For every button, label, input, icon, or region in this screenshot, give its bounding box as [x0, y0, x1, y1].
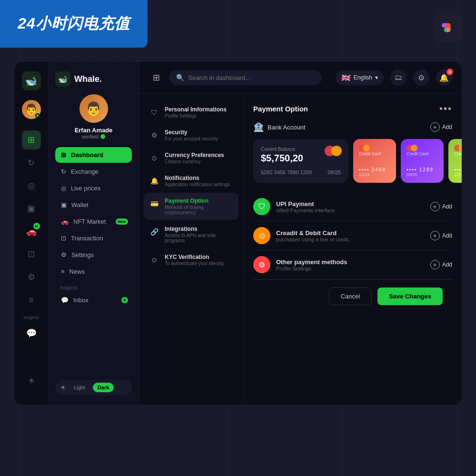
notif-count-badge: 8	[446, 69, 453, 75]
cancel-button[interactable]: Cancel	[329, 288, 372, 305]
sc3-expiry: 12/36	[454, 172, 462, 177]
figma-icon	[434, 13, 463, 42]
sidebar-icon-news[interactable]: ≡	[22, 290, 41, 309]
news-icon: ≡	[61, 268, 65, 275]
sidebar-avatar[interactable]: 👨	[22, 100, 41, 119]
grid-icon[interactable]: ⊞	[149, 70, 164, 85]
user-info: 👨 Erfan Amade verified	[55, 94, 132, 139]
nav-item-transaction[interactable]: ⊡ Transaction	[55, 230, 132, 246]
payment-header: Payment Option •••	[253, 103, 452, 114]
settings-item-security[interactable]: ⚙ Security For your account security	[144, 124, 238, 146]
dark-mode-btn[interactable]: Dark	[93, 383, 114, 392]
bank-add-btn[interactable]: + Add	[430, 122, 452, 132]
dots-menu-btn[interactable]: •••	[439, 103, 452, 114]
upi-icon: 🛡	[253, 198, 270, 215]
sidebar-icon-transaction[interactable]: ⊡	[22, 245, 41, 264]
small-card-2[interactable]: Credit Card •••• 1289 09/25	[401, 139, 444, 183]
brand: 🐋 Whale.	[55, 71, 132, 87]
nav-item-liveprices[interactable]: ◎ Live prices	[55, 180, 132, 196]
inbox-count-badge: 8	[121, 297, 128, 303]
topbar-right: 🇬🇧 English ▾ 🗂 ⚙ 🔔 8	[336, 69, 452, 86]
nft-new-label: New	[116, 218, 128, 225]
brand-name: Whale.	[74, 74, 102, 84]
nav-item-dashboard[interactable]: ⊞ Dashboard	[55, 147, 132, 163]
bank-icon: 🏦	[253, 122, 264, 132]
sun-icon: ☀	[60, 384, 66, 391]
other-add-btn[interactable]: + Add	[430, 260, 452, 269]
sidebar-icon-inbox[interactable]: 💬	[22, 324, 41, 343]
nav-item-exchange[interactable]: ↻ Exchange	[55, 164, 132, 179]
other-method-title: Other payment methods	[276, 258, 425, 266]
settings-topbar-icon[interactable]: ⚙	[413, 69, 429, 86]
wallet-topbar-icon[interactable]: 🗂	[390, 69, 407, 86]
language-selector[interactable]: 🇬🇧 English ▾	[336, 70, 384, 85]
nft-new-badge: N	[33, 223, 40, 229]
card-method-title: Creadit & Debit Card	[276, 229, 425, 237]
search-bar[interactable]: 🔍	[169, 70, 322, 85]
main-credit-card: Current Balance $5,750,20 5282 3456 7890…	[253, 139, 348, 183]
nav-item-wallet[interactable]: ▣ Wallet	[55, 197, 132, 213]
sidebar-logo: 🐋	[22, 71, 41, 90]
sc2-expiry: 09/25	[407, 172, 417, 177]
brand-logo: 🐋	[55, 71, 70, 87]
sidebar-icon-settings[interactable]: ⚙	[22, 268, 41, 287]
sc1-expiry: 12/24	[359, 172, 370, 177]
settings-item-payment[interactable]: 💳 Payment Option Methods of buying crypt…	[144, 193, 238, 220]
banner-text: 24小时闪电充值	[18, 13, 130, 34]
small-card-1[interactable]: Credit Card •••• 2468 12/24	[353, 139, 396, 183]
online-indicator	[35, 113, 40, 118]
sidebar-icon-dashboard[interactable]: ⊞	[22, 130, 41, 149]
other-add-icon: +	[430, 260, 440, 269]
small-card-3[interactable]: Credit Card •••• 2468 12/36	[448, 139, 462, 183]
wallet-icon: ▣	[61, 201, 67, 208]
card-add-btn[interactable]: + Add	[430, 231, 452, 240]
security-icon: ⚙	[149, 129, 160, 141]
debit-card-icon: ⊙	[253, 227, 270, 244]
card-number: 5282 3456 7890 1289	[261, 169, 312, 175]
liveprices-icon: ◎	[61, 185, 66, 192]
main-content: ⊞ 🔍 🇬🇧 English ▾ 🗂 ⚙ 🔔 8	[139, 62, 462, 405]
settings-item-integrations[interactable]: 🔗 Integrations Access to APIs and side p…	[144, 221, 238, 248]
sidebar-icon-exchange[interactable]: ↻	[22, 153, 41, 172]
bank-label: Bank Account	[268, 124, 430, 131]
save-changes-button[interactable]: Save Changes	[377, 288, 443, 305]
search-icon: 🔍	[176, 74, 184, 81]
card-add-icon: +	[430, 231, 440, 240]
sidebar-icon-nft[interactable]: 🚗 N	[22, 222, 41, 241]
sidebar-icon-prices[interactable]: ◎	[22, 176, 41, 195]
nav-item-nftmarket[interactable]: 🚗 NFT Market New	[55, 214, 132, 229]
nav-item-inbox[interactable]: 💬 Inbox 8	[55, 292, 132, 308]
upi-sub: nified Payments interface	[276, 208, 425, 213]
notifications-settings-icon: 🔔	[149, 175, 160, 187]
light-mode-btn[interactable]: Light	[69, 383, 90, 392]
add-circle-icon: +	[430, 122, 440, 132]
settings-item-notifications[interactable]: 🔔 Notifications Application notification…	[144, 170, 238, 192]
add-label: Add	[442, 124, 452, 130]
notifications-icon[interactable]: 🔔 8	[436, 69, 452, 86]
sidebar-icon-bottom-settings[interactable]: ☀	[22, 371, 41, 390]
theme-toggle: ☀ Light Dark	[55, 380, 132, 395]
other-method-sub: Profile Settings	[276, 266, 425, 271]
sidebar-icon-wallet[interactable]: ▣	[22, 199, 41, 218]
search-input[interactable]	[188, 74, 315, 81]
sc2-label: Credit Card	[407, 151, 438, 156]
app-container: 🐋 👨 ⊞ ↻ ◎ ▣ 🚗 N ⊡ ⚙ ≡ Insigints 💬 ☀ 🐋 Wh…	[14, 62, 462, 405]
payment-title: Payment Option	[253, 105, 308, 113]
settings-item-personal[interactable]: 🛡 Personal Imformations Profile Settings	[144, 101, 238, 123]
flag-icon: 🇬🇧	[341, 73, 351, 82]
settings-item-currency[interactable]: ⊙ Currency Preferences Choose currency	[144, 147, 238, 169]
other-payment-icon: ⚙	[253, 256, 270, 273]
icon-sidebar: 🐋 👨 ⊞ ↻ ◎ ▣ 🚗 N ⊡ ⚙ ≡ Insigints 💬 ☀	[14, 62, 49, 405]
settings-pane: 🛡 Personal Imformations Profile Settings…	[139, 94, 244, 405]
verified-dot	[100, 134, 105, 139]
integrations-icon: 🔗	[149, 226, 160, 238]
nav-item-settings[interactable]: ⚙ Settings	[55, 247, 132, 263]
payment-footer: Cancel Save Changes	[253, 279, 452, 313]
nav-item-news[interactable]: ≡ News	[55, 264, 132, 279]
upi-add-btn[interactable]: + Add	[430, 202, 452, 211]
card-method-sub: purchases using a line of credit.	[276, 237, 425, 242]
payment-method-other: ⚙ Other payment methods Profile Settings…	[253, 250, 452, 279]
sc2-dots: •••• 1289	[407, 167, 438, 172]
payment-pane: Payment Option ••• 🏦 Bank Account + Add …	[244, 94, 462, 405]
settings-item-kyc[interactable]: ⊙ KYC Verification To authenticate your …	[144, 249, 238, 271]
